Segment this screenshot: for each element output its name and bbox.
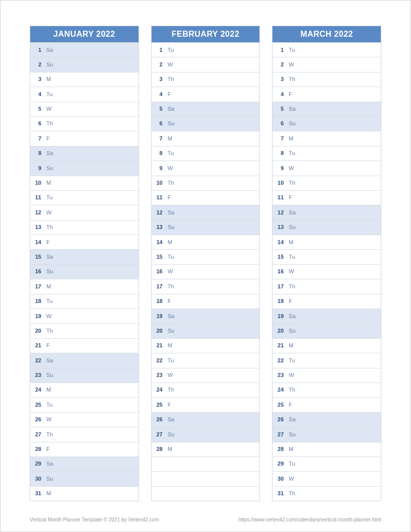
day-number: 27: [30, 427, 43, 442]
day-number: 20: [272, 324, 286, 338]
day-row: 19Sa: [272, 309, 381, 323]
day-name: F: [165, 190, 171, 205]
day-row: 15Tu: [152, 249, 260, 264]
day-row: 28M: [272, 442, 381, 457]
day-name: Th: [165, 279, 174, 294]
day-row: 28F: [30, 442, 139, 457]
day-name: F: [43, 338, 50, 353]
day-number: 21: [152, 338, 165, 353]
day-number: 6: [152, 116, 165, 131]
day-row: 6Th: [30, 116, 139, 131]
day-name: Sa: [165, 412, 174, 427]
day-row: 4F: [152, 87, 260, 101]
day-row: 21M: [272, 338, 381, 353]
day-name: Th: [286, 486, 295, 501]
day-row: 19W: [30, 309, 139, 323]
day-number: 28: [30, 442, 43, 457]
day-row: 25F: [152, 397, 260, 412]
footer: Vertical Month Planner Template © 2021 b…: [30, 517, 381, 522]
day-number: 20: [30, 324, 43, 338]
day-number: 7: [152, 131, 165, 146]
day-number: 25: [152, 398, 165, 412]
day-number: 23: [152, 368, 165, 383]
day-row: 22Tu: [152, 353, 260, 367]
day-row: 29Tu: [272, 457, 381, 471]
day-name: Tu: [165, 43, 174, 57]
day-number: 18: [152, 294, 165, 309]
day-row: 10M: [30, 176, 139, 190]
month-column: JANUARY 20221Sa2Su3M4Tu5W6Th7F8Sa9Su10M1…: [30, 26, 139, 501]
planner-page: JANUARY 20221Sa2Su3M4Tu5W6Th7F8Sa9Su10M1…: [1, 1, 410, 501]
day-number: 25: [30, 398, 43, 412]
day-row: 14F: [30, 235, 139, 249]
day-number: 28: [152, 442, 165, 457]
day-number: 31: [272, 486, 286, 501]
day-number: 11: [30, 190, 43, 205]
day-name: M: [43, 383, 51, 397]
day-row: 20Su: [152, 323, 260, 338]
day-name: F: [286, 87, 292, 102]
day-number: 23: [272, 368, 286, 383]
day-row: 13Su: [152, 220, 260, 235]
day-row: 9W: [272, 161, 381, 175]
day-row: 12W: [30, 205, 139, 219]
day-row: 10Th: [272, 176, 381, 190]
day-number: 4: [272, 87, 286, 102]
month-header: MARCH 2022: [272, 26, 381, 42]
month-column: FEBRUARY 20221Tu2W3Th4F5Sa6Su7M8Tu9W10Th…: [151, 26, 260, 501]
day-row: 17Th: [272, 279, 381, 293]
day-row: 5Sa: [152, 102, 260, 116]
day-name: Su: [286, 220, 295, 235]
day-row: 5W: [30, 102, 139, 116]
day-name: Tu: [286, 353, 295, 368]
day-name: M: [165, 442, 172, 457]
day-number: 23: [30, 368, 43, 383]
day-name: W: [43, 205, 51, 220]
day-number: 2: [272, 57, 286, 72]
day-name: Tu: [43, 87, 52, 102]
day-name: Th: [43, 427, 53, 442]
day-name: F: [165, 294, 171, 309]
day-row: 23W: [152, 368, 260, 383]
day-name: Th: [286, 279, 295, 294]
day-number: 1: [152, 43, 165, 57]
month-header: FEBRUARY 2022: [152, 26, 260, 42]
day-number: 15: [272, 250, 286, 264]
day-name: F: [43, 235, 50, 250]
day-number: 12: [30, 205, 43, 220]
day-name: Tu: [165, 353, 174, 368]
day-name: Sa: [43, 250, 53, 264]
day-row: 2W: [152, 57, 260, 71]
day-name: Tu: [286, 146, 295, 161]
day-name: Su: [43, 57, 53, 72]
day-name: M: [43, 72, 51, 87]
day-name: Su: [286, 116, 295, 131]
day-number: 16: [272, 264, 286, 279]
day-name: W: [286, 57, 294, 72]
day-number: 25: [272, 398, 286, 412]
day-row: 10Th: [152, 176, 260, 190]
day-number: 24: [272, 383, 286, 397]
day-number: 13: [272, 220, 286, 235]
day-number: 13: [152, 220, 165, 235]
day-name: Th: [43, 324, 53, 338]
day-number: 11: [152, 190, 165, 205]
day-name: F: [43, 442, 50, 457]
day-number: 6: [30, 116, 43, 131]
day-name: Th: [286, 176, 295, 190]
day-row: 26Sa: [272, 412, 381, 427]
day-row: 18Tu: [30, 294, 139, 309]
day-row: 24Th: [272, 383, 381, 397]
day-number: 30: [272, 472, 286, 486]
day-number: 30: [30, 472, 43, 486]
day-name: Tu: [286, 43, 295, 57]
day-number: 5: [30, 102, 43, 116]
day-name: F: [286, 294, 292, 309]
day-number: 9: [152, 161, 165, 176]
day-row: 18F: [152, 294, 260, 309]
day-number: 24: [30, 383, 43, 397]
day-name: M: [286, 442, 293, 457]
day-number: 18: [272, 294, 286, 309]
day-number: 17: [272, 279, 286, 294]
day-row: 23Su: [30, 368, 139, 383]
